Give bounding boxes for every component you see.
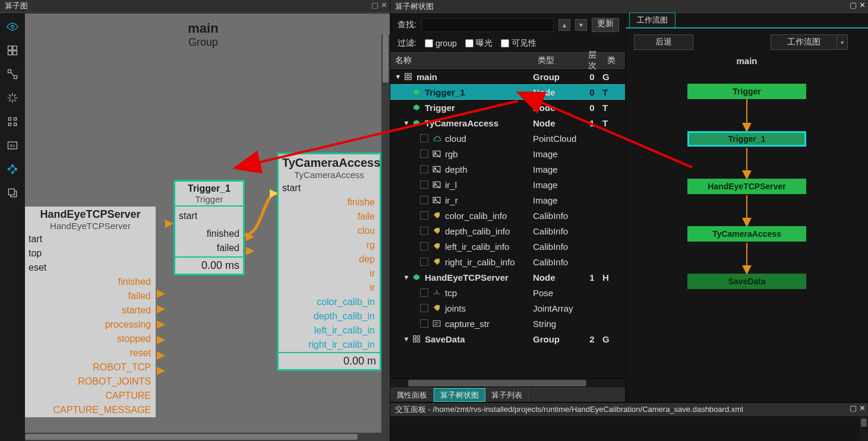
port[interactable]: right_ir_calib_in xyxy=(279,338,380,352)
port[interactable]: finished xyxy=(179,227,239,241)
visibility-checkbox[interactable] xyxy=(420,196,428,204)
update-button[interactable]: 更新 xyxy=(592,18,619,32)
tree-row[interactable]: ▼TyCameraAccessNode1T xyxy=(390,115,625,131)
undock-icon[interactable]: ▢ xyxy=(371,1,378,9)
undock-icon[interactable]: ▢ xyxy=(850,1,857,9)
workflow-node[interactable]: SaveData xyxy=(687,274,806,289)
tree-row[interactable]: jointsJointArray xyxy=(390,300,625,316)
port[interactable]: CAPTURE xyxy=(25,389,156,403)
expander-icon[interactable]: ▼ xyxy=(394,73,402,80)
tree-row[interactable]: cloudPointCloud xyxy=(390,131,625,146)
visibility-checkbox[interactable] xyxy=(420,319,428,328)
visibility-checkbox[interactable] xyxy=(420,150,428,158)
expander-icon[interactable]: ▼ xyxy=(402,335,411,342)
close-icon[interactable]: ✕ xyxy=(859,1,866,9)
tree-row[interactable]: ▼SaveDataGroup2G xyxy=(390,331,625,347)
tree-row[interactable]: tcpPose xyxy=(390,285,625,300)
tree-row[interactable]: rgbImage xyxy=(390,146,625,161)
port[interactable]: finishe xyxy=(279,195,380,210)
tree-row[interactable]: depth_calib_infoCalibInfo xyxy=(390,223,625,239)
port[interactable]: clou xyxy=(279,224,380,238)
tree-row[interactable]: TriggerNode0T xyxy=(390,100,625,115)
lang-icon[interactable]: En xyxy=(5,138,20,153)
tree-row[interactable]: ▼mainGroup0G xyxy=(390,69,625,84)
layers-icon[interactable] xyxy=(5,43,20,58)
bottom-tab[interactable]: 算子列表 xyxy=(485,388,529,402)
export-icon[interactable] xyxy=(5,185,20,201)
node-handeyetcpserver[interactable]: HandEyeTCPServer HandEyeTCPServer tartto… xyxy=(25,207,156,417)
tree-row[interactable]: depthImage xyxy=(390,161,625,177)
filter-expose[interactable]: 曝光 xyxy=(465,38,493,49)
node-trigger-1[interactable]: Trigger_1 Trigger start finishedfailed 0… xyxy=(173,180,245,275)
visibility-checkbox[interactable] xyxy=(420,304,428,312)
visibility-checkbox[interactable] xyxy=(420,288,428,297)
port[interactable]: failed xyxy=(25,289,156,303)
visibility-checkbox[interactable] xyxy=(420,180,428,189)
bottom-tab[interactable]: 算子树状图 xyxy=(434,388,485,402)
port[interactable]: depth_calib_in xyxy=(279,309,380,323)
tree-row[interactable]: ir_rImage xyxy=(390,192,625,208)
tree-row[interactable]: ir_lImage xyxy=(390,177,625,192)
port[interactable]: top xyxy=(25,246,156,261)
back-button[interactable]: 后退 xyxy=(634,34,693,50)
port[interactable]: faile xyxy=(279,210,380,224)
filter-visibility[interactable]: 可见性 xyxy=(501,38,536,49)
close-icon[interactable]: ✕ xyxy=(859,404,866,413)
tree-row[interactable]: color_calib_infoCalibInfo xyxy=(390,208,625,223)
port[interactable]: left_ir_calib_in xyxy=(279,323,380,338)
expander-icon[interactable]: ▼ xyxy=(402,274,411,281)
interact-vscroll[interactable] xyxy=(860,416,868,441)
tab-workflow[interactable]: 工作流图 xyxy=(629,12,676,27)
port[interactable]: color_calib_in xyxy=(279,295,380,309)
tree-row[interactable]: ▼HandEyeTCPServerNode1H xyxy=(390,269,625,285)
port[interactable]: ir xyxy=(279,266,380,281)
port[interactable]: started xyxy=(25,303,156,318)
search-input[interactable] xyxy=(421,18,554,32)
visibility-checkbox[interactable] xyxy=(420,165,428,173)
port[interactable]: dep xyxy=(279,252,380,266)
visibility-checkbox[interactable] xyxy=(420,258,428,266)
filter-group[interactable]: group xyxy=(425,39,457,48)
bottom-tab[interactable]: 属性面板 xyxy=(390,388,434,402)
nodes-icon[interactable] xyxy=(5,66,20,82)
tree-hscroll[interactable] xyxy=(390,378,625,388)
interact-panel-body[interactable] xyxy=(390,416,868,441)
port[interactable]: failed xyxy=(179,241,239,255)
visibility-checkbox[interactable] xyxy=(420,134,428,142)
expander-icon[interactable]: ▼ xyxy=(402,119,411,126)
undock-icon[interactable]: ▢ xyxy=(850,404,857,413)
port[interactable]: tart xyxy=(25,232,156,246)
port[interactable]: ir xyxy=(279,281,380,295)
port[interactable]: start xyxy=(279,181,380,195)
search-next-button[interactable]: ▾ xyxy=(575,19,587,31)
tree-row[interactable]: capture_strString xyxy=(390,316,625,331)
port[interactable]: CAPTURE_MESSAGE xyxy=(25,403,156,417)
graph-hscroll[interactable] xyxy=(25,433,381,441)
tree-row[interactable]: Trigger_1Node0T xyxy=(390,84,625,100)
eye-icon[interactable] xyxy=(5,19,20,34)
chevron-down-icon[interactable]: ▾ xyxy=(837,34,848,50)
workflow-node[interactable]: Trigger xyxy=(687,84,806,99)
port[interactable]: finished xyxy=(25,275,156,289)
blocks-icon[interactable] xyxy=(5,114,20,129)
port[interactable]: reset xyxy=(25,346,156,360)
port[interactable]: stopped xyxy=(25,332,156,346)
workflow-node[interactable]: HandEyeTCPServer xyxy=(687,179,806,194)
workflow-canvas[interactable]: TriggerTrigger_1HandEyeTCPServerTyCamera… xyxy=(626,84,868,333)
visibility-checkbox[interactable] xyxy=(420,242,428,250)
workflow-select[interactable]: 工作流图 ▾ xyxy=(771,34,848,50)
graph-vscroll[interactable] xyxy=(381,35,390,441)
port[interactable]: ROBOT_JOINTS xyxy=(25,375,156,389)
port[interactable]: rg xyxy=(279,238,380,252)
search-prev-button[interactable]: ▴ xyxy=(558,19,570,31)
visibility-checkbox[interactable] xyxy=(420,227,428,235)
graph-icon[interactable] xyxy=(5,161,20,177)
port[interactable]: ROBOT_TCP xyxy=(25,360,156,375)
snap-icon[interactable] xyxy=(5,90,20,106)
port[interactable]: start xyxy=(179,209,239,223)
port[interactable]: processing xyxy=(25,318,156,332)
workflow-node[interactable]: Trigger_1 xyxy=(687,131,806,147)
close-icon[interactable]: ✕ xyxy=(381,1,387,9)
workflow-node[interactable]: TyCameraAccess xyxy=(687,226,806,242)
graph-canvas[interactable]: main Group HandEyeTCPServer HandEyeTCPSe… xyxy=(25,13,390,441)
